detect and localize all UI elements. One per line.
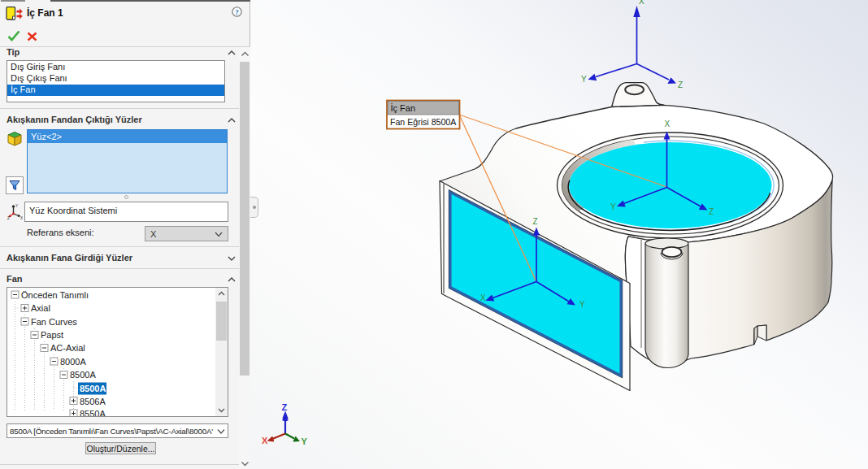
svg-text:X: X <box>20 216 23 219</box>
svg-text:8500A: 8500A <box>80 384 106 393</box>
svg-text:?: ? <box>235 8 239 16</box>
svg-text:Fan Curves: Fan Curves <box>31 317 77 327</box>
svg-text:İç Fan: İç Fan <box>391 103 416 113</box>
svg-text:Y: Y <box>302 436 308 446</box>
svg-text:X: X <box>665 119 671 128</box>
svg-text:Y: Y <box>15 204 18 208</box>
svg-text:Axial: Axial <box>31 303 50 313</box>
svg-text:Z: Z <box>7 216 10 219</box>
svg-text:8550A: 8550A <box>80 409 106 417</box>
svg-text:8506A: 8506A <box>80 397 106 406</box>
svg-text:Y: Y <box>610 202 616 211</box>
svg-text:Önceden Tanımlı: Önceden Tanımlı <box>21 290 89 300</box>
svg-text:8000A: 8000A <box>60 357 86 367</box>
svg-text:X: X <box>262 436 268 445</box>
svg-text:X: X <box>480 293 486 302</box>
svg-text:8500A: 8500A <box>70 370 96 380</box>
svg-text:X: X <box>639 0 644 6</box>
svg-text:Z: Z <box>533 217 538 226</box>
svg-text:Papst: Papst <box>41 330 63 340</box>
svg-text:Z: Z <box>282 402 288 412</box>
svg-text:AC-Axial: AC-Axial <box>50 343 85 353</box>
svg-text:Fan Eğrisi 8500A: Fan Eğrisi 8500A <box>390 117 457 127</box>
svg-text:Y: Y <box>579 300 585 309</box>
svg-text:Z: Z <box>709 207 714 216</box>
svg-text:Z: Z <box>678 80 683 89</box>
svg-text:Y: Y <box>581 75 587 84</box>
